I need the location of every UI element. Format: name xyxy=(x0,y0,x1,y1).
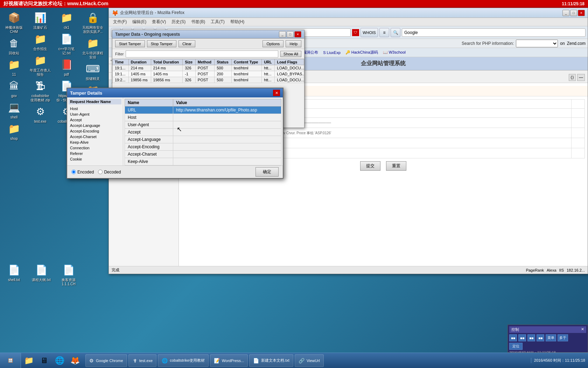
rh-item[interactable]: Accept-Language xyxy=(69,123,121,128)
desktop-icon-wlaq[interactable]: 🔒 无线网络安全攻防实践.P... xyxy=(80,11,105,34)
tamper-table-row[interactable]: 19:1...214 ms214 ms326POST500text/htmlht… xyxy=(113,65,304,71)
tamper-close[interactable]: ✕ xyxy=(294,31,301,38)
tamper-table-row[interactable]: 19:2...19856 ms19856 ms326POST500text/ht… xyxy=(113,77,304,83)
filesize-spacer xyxy=(572,138,585,148)
bookmark-linuxexp[interactable]: S LiuxExp xyxy=(322,50,342,55)
menu-file[interactable]: 文件(F) xyxy=(110,18,130,26)
taskbar-icon-folder[interactable]: 📁 xyxy=(22,354,35,367)
menu-edit[interactable]: 编辑(E) xyxy=(130,18,149,26)
taskbar-icon-desktop[interactable]: 🖥 xyxy=(38,354,50,367)
tamper-maximize[interactable]: □ xyxy=(287,31,294,38)
rh-item[interactable]: Cookie xyxy=(69,156,121,162)
whois-button[interactable]: WHOIS xyxy=(360,28,378,37)
ctrl-nav-btn[interactable]: 定位 xyxy=(509,343,523,350)
td-table-row[interactable]: URLhttp://www.tlhanshan.com/Upfile_Photo… xyxy=(125,107,281,114)
options-btn[interactable]: Options xyxy=(262,40,284,47)
desktop-icon-kecheng[interactable]: 📄 课程大纲.txt xyxy=(29,263,54,286)
expand-button[interactable]: ≡ xyxy=(379,28,389,37)
ctrl-btn-2[interactable]: ■■ xyxy=(518,334,526,341)
td-table-row[interactable]: Accept-Charset xyxy=(125,151,281,158)
desktop-icon-gov[interactable]: 🏛 gov xyxy=(2,79,26,98)
rh-item[interactable]: User-Agent xyxy=(69,111,121,117)
desktop-icon-beidu[interactable]: 📁 北斗培训课程安排 xyxy=(80,36,105,60)
rh-item[interactable]: Accept-Encoding xyxy=(69,128,121,134)
desktop-icon-testexe[interactable]: ⚙ test.exe xyxy=(28,104,52,124)
search-bar[interactable]: Google xyxy=(402,28,586,37)
desktop-icon-shell[interactable]: 💻 shell xyxy=(2,100,26,120)
tamper-table-row[interactable]: 19:1...1405 ms1405 ms-1POST200text/htmlh… xyxy=(113,71,304,77)
ctrl-btn-4[interactable]: ■■ xyxy=(537,334,544,341)
start-button[interactable]: 🪟 xyxy=(0,353,21,368)
clear-tamper-btn[interactable]: Clear xyxy=(178,40,195,47)
rh-item[interactable]: Host xyxy=(69,106,121,111)
menu-help[interactable]: 帮助(H) xyxy=(227,18,247,26)
maximize-button[interactable]: □ xyxy=(570,10,577,16)
td-table-row[interactable]: Host xyxy=(125,114,281,121)
decoded-radio[interactable] xyxy=(98,170,103,174)
expand-left-icon[interactable]: ⟨⟩ xyxy=(569,74,576,81)
desktop-icon-shenmo[interactable]: 📦 神魔体验版CHM xyxy=(2,11,26,34)
shrink-icon[interactable]: — xyxy=(577,74,585,81)
td-table-row[interactable]: User-Agent xyxy=(125,121,281,129)
taskbar-item-cobaltstrike[interactable]: 🗡 test.exe xyxy=(128,354,157,367)
td-confirm-btn[interactable]: 确定 xyxy=(255,167,279,177)
antivirus-icon[interactable]: 🛡 xyxy=(352,29,359,36)
encoded-radio[interactable] xyxy=(71,170,76,174)
rh-item[interactable]: Accept-Charset xyxy=(69,134,121,139)
td-table-row[interactable]: Accept-Language xyxy=(125,136,281,143)
td-close-btn[interactable]: ✕ xyxy=(273,90,280,96)
rh-item[interactable]: Keep-Alive xyxy=(69,139,121,145)
taskbar-item-wordpress[interactable]: 📝 WordPress... xyxy=(210,354,248,367)
filter-input[interactable] xyxy=(126,50,278,57)
show-all-btn[interactable]: Show All xyxy=(280,51,301,57)
search-button[interactable]: 🔍 xyxy=(391,28,400,37)
reset-button[interactable]: 重置 xyxy=(386,161,406,171)
rh-item[interactable]: Referer xyxy=(69,151,121,156)
td-table-row[interactable]: Keep-Alive xyxy=(125,158,281,165)
desktop-icon-cpp[interactable]: 📄 c++学习笔记.txt xyxy=(54,32,79,55)
bookmark-hackchina[interactable]: 🔑 HackChina源码 xyxy=(344,49,379,56)
rh-item[interactable]: Connection xyxy=(69,145,121,151)
shenmo-icon: 📦 xyxy=(7,11,21,25)
desktop-icon-shell-txt[interactable]: 📄 shell.txt xyxy=(2,263,26,286)
control-close[interactable]: ✕ xyxy=(581,327,584,332)
taskbar-icon-ie[interactable]: 🌐 xyxy=(53,354,66,367)
desktop-icon-ck1[interactable]: 📁 ck1 xyxy=(54,11,79,30)
stop-tamper-btn[interactable]: Stop Tamper xyxy=(147,40,176,47)
taskbar-item-chrome[interactable]: 🌐 cobaltstrike使用教材 xyxy=(158,354,209,367)
taskbar-icon-firefox[interactable]: 🦊 xyxy=(69,354,81,367)
taskbar-item-notepad[interactable]: 📄 新建文本文档.txt xyxy=(249,354,293,367)
menu-view[interactable]: 查看(V) xyxy=(149,18,169,26)
taskbar-item-viewurl[interactable]: 🔗 ViewUrl xyxy=(295,354,324,367)
desktop-icon-jianling[interactable]: ⌨ 按键精灵 xyxy=(80,62,105,81)
desktop-icon-11[interactable]: 📁 11 xyxy=(2,57,26,77)
ctrl-btn-3[interactable]: ■■ xyxy=(527,334,535,341)
menu-history[interactable]: 历史(S) xyxy=(169,18,188,26)
desktop-icon-hezuo[interactable]: 📁 合作招生 xyxy=(28,32,52,51)
ctrl-btn-1[interactable]: ■■ xyxy=(509,334,517,341)
close-button[interactable]: ✕ xyxy=(578,10,585,16)
td-table-row[interactable]: Accept-Encoding xyxy=(125,143,281,151)
menu-bookmarks[interactable]: 书签(B) xyxy=(188,18,208,26)
menu-tools[interactable]: 工具(T) xyxy=(208,18,227,26)
desktop-icon-cobaltstrike-zip[interactable]: 🗜 cobaltstrike使用教材.zip xyxy=(28,79,52,102)
td-table-body: URLhttp://www.tlhanshan.com/Upfile_Photo… xyxy=(125,107,281,166)
desktop-icon-pdf[interactable]: 📕 pdf xyxy=(54,57,79,77)
rh-item[interactable]: Accept xyxy=(69,117,121,123)
help-btn[interactable]: Help xyxy=(286,40,301,47)
ctrl-btn-menu[interactable]: 菜单 xyxy=(546,334,556,341)
tamper-minimize[interactable]: _ xyxy=(279,31,286,38)
submit-button[interactable]: 提交 xyxy=(360,161,380,171)
ctrl-btn-more[interactable]: 多于 xyxy=(558,334,568,341)
minimize-button[interactable]: _ xyxy=(562,10,569,16)
taskbar-item-testexe[interactable]: ⚙ Google Chrome xyxy=(85,354,127,367)
td-table-row[interactable]: Accept xyxy=(125,129,281,136)
desktop-icon-niandu[interactable]: 📁 年度工作查人报告 xyxy=(28,53,52,77)
desktop-icon-liuliang[interactable]: 📊 流量矿石 xyxy=(28,11,52,30)
desktop-icon-recycle[interactable]: 🗑 回收站 xyxy=(2,36,26,55)
bookmark-w3school[interactable]: 📖 W3school xyxy=(382,49,407,55)
php-select[interactable] xyxy=(516,40,558,47)
desktop-icon-shop[interactable]: 📁 shop xyxy=(2,122,26,141)
desktop-icon-huanke[interactable]: 📄 换客资源1.1.1.CH xyxy=(56,263,81,286)
start-tamper-btn[interactable]: Start Tamper xyxy=(115,40,145,47)
